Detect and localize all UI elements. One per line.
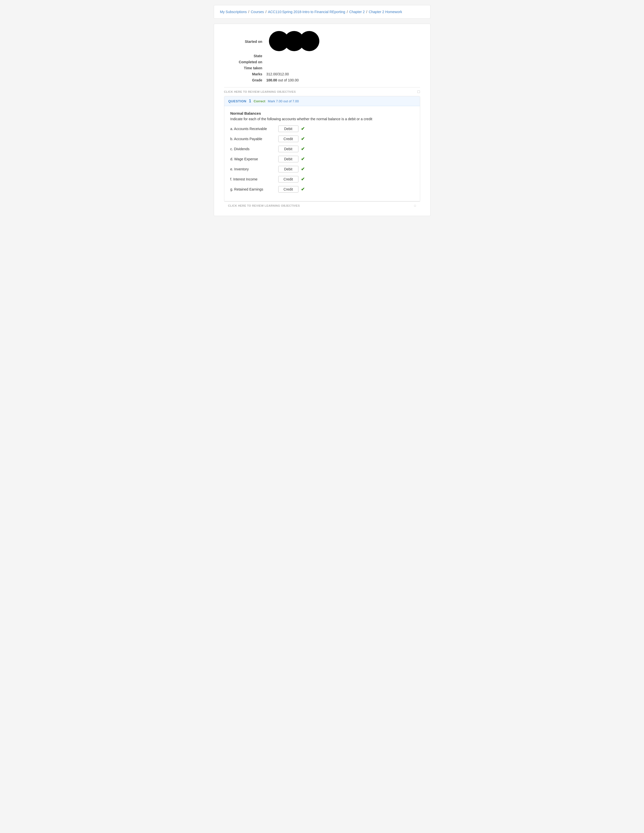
answer-box-f: Credit xyxy=(278,176,298,182)
completed-row: Completed on xyxy=(224,59,420,65)
status-value xyxy=(264,53,420,59)
summary-card: Started on State Completed on xyxy=(214,24,430,216)
breadcrumb-my-subscriptions[interactable]: My Subscriptions xyxy=(220,10,247,14)
grade-out-of: out of 100.00 xyxy=(278,78,299,82)
started-row: Started on xyxy=(224,30,420,53)
breadcrumb-sep-3: / xyxy=(347,10,348,14)
answers-container: a. Accounts ReceivableDebit✔b. Accounts … xyxy=(230,125,414,193)
answer-label-c: c. Dividends xyxy=(230,147,276,151)
answer-row-c: c. DividendsDebit✔ xyxy=(230,146,414,152)
breadcrumb-course-name[interactable]: ACC110:Spring 2018-Intro to Financial RE… xyxy=(268,10,345,14)
started-value xyxy=(264,30,420,53)
question-instruction: Indicate for each of the following accou… xyxy=(230,117,414,121)
time-row: Time taken xyxy=(224,65,420,71)
question-body: Normal Balances Indicate for each of the… xyxy=(224,106,420,201)
answer-box-e: Debit xyxy=(278,166,298,172)
answer-row-e: e. InventoryDebit✔ xyxy=(230,166,414,172)
answer-label-a: a. Accounts Receivable xyxy=(230,127,276,131)
check-icon-g: ✔ xyxy=(301,187,305,192)
question-label: QUESTION xyxy=(229,99,246,103)
time-label: Time taken xyxy=(224,65,264,71)
grade-row: Grade 100.00 out of 100.00 xyxy=(224,77,420,83)
question-header: QUESTION 1 Correct Mark 7.00 out of 7.00 xyxy=(224,96,420,106)
circle-3 xyxy=(299,31,319,51)
time-value xyxy=(264,65,420,71)
answer-row-b: b. Accounts PayableCredit✔ xyxy=(230,136,414,142)
question-title: Normal Balances xyxy=(230,111,414,116)
learning-obj-bar-bottom[interactable]: CLICK HERE TO REVIEW LEARNING OBJECTIVES… xyxy=(224,201,420,210)
question-number: 1 xyxy=(249,99,251,103)
breadcrumb-homework[interactable]: Chapter 2 Homework xyxy=(369,10,402,14)
breadcrumb-card: My Subscriptions / Courses / ACC110:Spri… xyxy=(214,5,430,19)
expand-icon-bottom: □ xyxy=(414,204,416,207)
answer-label-b: b. Accounts Payable xyxy=(230,137,276,141)
completed-value xyxy=(264,59,420,65)
question-block: QUESTION 1 Correct Mark 7.00 out of 7.00… xyxy=(224,96,420,201)
check-icon-f: ✔ xyxy=(301,177,305,182)
marks-badge: Mark 7.00 out of 7.00 xyxy=(268,99,299,103)
check-icon-d: ✔ xyxy=(301,156,305,162)
answer-label-f: f. Interest Income xyxy=(230,177,276,181)
breadcrumb: My Subscriptions / Courses / ACC110:Spri… xyxy=(220,10,424,14)
summary-table: Started on State Completed on xyxy=(224,30,420,83)
status-label: State xyxy=(224,53,264,59)
grade-value: 100.00 out of 100.00 xyxy=(264,77,420,83)
answer-row-f: f. Interest IncomeCredit✔ xyxy=(230,176,414,182)
started-label: Started on xyxy=(224,30,264,53)
answer-box-g: Credit xyxy=(278,186,298,193)
breadcrumb-chapter[interactable]: Chapter 2 xyxy=(349,10,365,14)
page-wrapper: My Subscriptions / Courses / ACC110:Spri… xyxy=(209,0,436,226)
breadcrumb-sep-1: / xyxy=(248,10,249,14)
answer-box-a: Debit xyxy=(278,125,298,132)
learning-obj-label-bottom: CLICK HERE TO REVIEW LEARNING OBJECTIVES xyxy=(228,204,300,207)
answer-row-a: a. Accounts ReceivableDebit✔ xyxy=(230,125,414,132)
check-icon-e: ✔ xyxy=(301,166,305,172)
breadcrumb-courses[interactable]: Courses xyxy=(251,10,264,14)
answer-label-e: e. Inventory xyxy=(230,167,276,171)
completed-label: Completed on xyxy=(224,59,264,65)
expand-icon-top: □ xyxy=(417,90,420,94)
answer-row-g: g. Retained EarningsCredit✔ xyxy=(230,186,414,193)
answer-label-g: g. Retained Earnings xyxy=(230,187,276,191)
grade-label: Grade xyxy=(224,77,264,83)
breadcrumb-sep-2: / xyxy=(266,10,266,14)
correct-badge: Correct xyxy=(254,99,265,103)
answer-box-c: Debit xyxy=(278,146,298,152)
marks-row: Marks 312.00/312.00 xyxy=(224,71,420,77)
answer-label-d: d. Wage Expense xyxy=(230,157,276,161)
answer-box-d: Debit xyxy=(278,156,298,162)
answer-box-b: Credit xyxy=(278,136,298,142)
status-row: State xyxy=(224,53,420,59)
check-icon-a: ✔ xyxy=(301,126,305,132)
redaction-circles xyxy=(269,31,319,51)
marks-label: Marks xyxy=(224,71,264,77)
check-icon-b: ✔ xyxy=(301,136,305,142)
breadcrumb-sep-4: / xyxy=(366,10,367,14)
marks-value: 312.00/312.00 xyxy=(264,71,420,77)
learning-obj-label-top: CLICK HERE TO REVIEW LEARNING OBJECTIVES xyxy=(224,90,296,93)
answer-row-d: d. Wage ExpenseDebit✔ xyxy=(230,156,414,162)
learning-obj-bar-top[interactable]: CLICK HERE TO REVIEW LEARNING OBJECTIVES… xyxy=(224,87,420,96)
check-icon-c: ✔ xyxy=(301,146,305,152)
